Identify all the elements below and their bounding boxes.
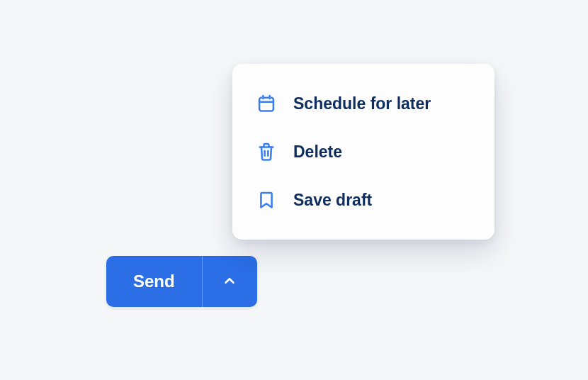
calendar-icon	[256, 94, 276, 113]
menu-item-delete[interactable]: Delete	[232, 128, 494, 176]
menu-item-label: Save draft	[293, 191, 372, 210]
chevron-up-icon	[222, 273, 237, 291]
menu-item-label: Delete	[293, 142, 342, 162]
bookmark-icon	[256, 190, 276, 210]
menu-item-save-draft[interactable]: Save draft	[232, 176, 494, 224]
send-button-label: Send	[133, 272, 175, 291]
menu-item-label: Schedule for later	[293, 94, 431, 113]
svg-rect-0	[259, 98, 273, 111]
send-button[interactable]: Send	[106, 256, 202, 307]
more-options-button[interactable]	[202, 256, 257, 307]
trash-icon	[256, 142, 276, 162]
send-split-button: Send	[106, 256, 257, 307]
options-menu: Schedule for later Delete Save draft	[232, 64, 494, 240]
menu-item-schedule[interactable]: Schedule for later	[232, 79, 494, 128]
